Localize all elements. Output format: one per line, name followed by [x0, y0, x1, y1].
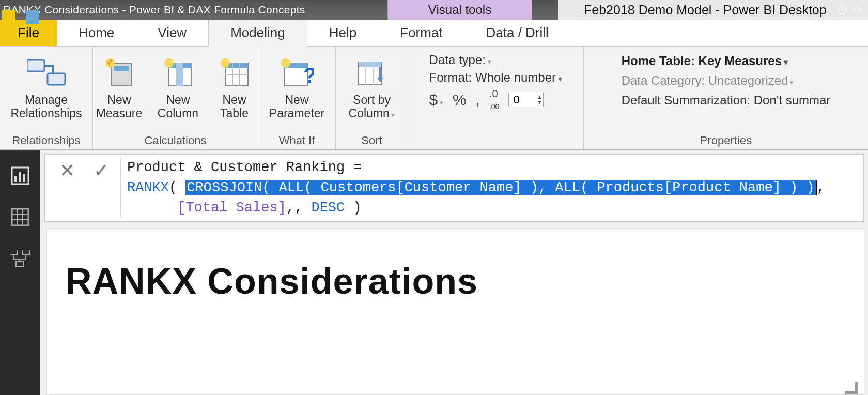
- table-icon: [219, 57, 250, 88]
- group-calculations-label: Calculations: [145, 134, 207, 147]
- resize-handle-icon: [845, 382, 858, 394]
- divider: [120, 158, 121, 218]
- svg-text:?: ?: [303, 63, 314, 87]
- svg-rect-24: [23, 174, 25, 182]
- quick-access: [2, 10, 39, 24]
- svg-rect-1: [26, 10, 39, 24]
- window-title: Feb2018 Demo Model - Power BI Desktop: [558, 0, 868, 20]
- new-column-button[interactable]: NewColumn: [151, 50, 206, 123]
- group-whatif-label: What If: [279, 134, 315, 147]
- new-measure-label: NewMeasure: [96, 93, 142, 120]
- formula-line1: Product & Customer Ranking =: [127, 160, 370, 175]
- video-overlay-controls: [837, 5, 863, 15]
- app-icon: [2, 10, 16, 24]
- group-sort: Sort byColumn Sort: [336, 47, 408, 149]
- tab-modeling[interactable]: Modeling: [208, 20, 307, 47]
- measure-icon: [104, 57, 135, 88]
- svg-rect-3: [27, 60, 44, 71]
- data-category-dropdown[interactable]: Data Category: Uncategorized: [622, 73, 794, 87]
- titlebar: RANKX Considerations - Power BI & DAX Fo…: [0, 0, 868, 20]
- tab-help[interactable]: Help: [307, 20, 378, 46]
- decimal-icon: .0.00: [489, 88, 499, 112]
- report-view-icon[interactable]: [10, 165, 30, 186]
- group-sort-label: Sort: [361, 134, 382, 147]
- svg-point-14: [221, 58, 230, 68]
- svg-rect-6: [114, 66, 129, 71]
- currency-button[interactable]: $: [429, 91, 443, 109]
- sort-by-column-button[interactable]: Sort byColumn: [341, 50, 403, 123]
- caret: [816, 180, 817, 195]
- group-formatting: Data type: Format: Whole number $ % , .0…: [408, 47, 584, 149]
- svg-rect-26: [10, 250, 17, 255]
- new-parameter-button[interactable]: ? NewParameter: [264, 50, 331, 123]
- svg-rect-20: [359, 62, 381, 67]
- ribbon: ManageRelationships Relationships NewMea…: [0, 47, 868, 150]
- new-column-label: NewColumn: [158, 93, 198, 120]
- formula-editor[interactable]: Product & Customer Ranking = RANKX( CROS…: [123, 158, 825, 218]
- workarea: ✕ ✓ Product & Customer Ranking = RANKX( …: [0, 150, 868, 395]
- decimal-places-input[interactable]: [510, 93, 536, 107]
- tok-rankx: RANKX: [127, 180, 169, 195]
- group-relationships-label: Relationships: [12, 134, 80, 147]
- formula-bar: ✕ ✓ Product & Customer Ranking = RANKX( …: [44, 154, 864, 222]
- contextual-tab-visual-tools[interactable]: Visual tools: [388, 0, 532, 20]
- svg-rect-28: [16, 261, 23, 266]
- clock-icon[interactable]: [837, 5, 847, 15]
- cancel-formula-button[interactable]: ✕: [50, 158, 84, 184]
- manage-relationships-label: ManageRelationships: [10, 93, 82, 120]
- video-title: RANKX Considerations - Power BI & DAX Fo…: [0, 4, 305, 16]
- new-parameter-label: NewParameter: [269, 93, 324, 120]
- format-dropdown[interactable]: Format: Whole number: [429, 70, 563, 85]
- parameter-icon: ?: [281, 57, 314, 88]
- data-view-icon[interactable]: [10, 207, 30, 227]
- sort-icon: [355, 57, 389, 88]
- commit-formula-button[interactable]: ✓: [84, 158, 118, 184]
- manage-relationships-button[interactable]: ManageRelationships: [5, 50, 88, 123]
- tab-datadrill[interactable]: Data / Drill: [464, 20, 570, 46]
- group-properties: Home Table: Key Measures Data Category: …: [584, 47, 868, 149]
- percent-button[interactable]: %: [453, 91, 467, 109]
- column-icon: [163, 57, 194, 88]
- home-table-dropdown[interactable]: Home Table: Key Measures: [622, 54, 788, 68]
- new-measure-button[interactable]: NewMeasure: [92, 50, 147, 123]
- svg-point-18: [281, 58, 290, 68]
- svg-rect-23: [19, 172, 21, 182]
- group-whatif: ? NewParameter What If: [258, 47, 336, 149]
- default-summarization-dropdown[interactable]: Default Summarization: Don't summar: [622, 93, 831, 107]
- tab-format[interactable]: Format: [378, 20, 464, 46]
- tab-view[interactable]: View: [136, 20, 208, 46]
- group-calculations: NewMeasure NewColumn NewTable Calculatio…: [93, 47, 258, 149]
- left-nav: [0, 150, 40, 395]
- save-icon[interactable]: [26, 10, 39, 24]
- ribbon-tabs: File Home View Modeling Help Format Data…: [0, 20, 868, 47]
- group-relationships: ManageRelationships Relationships: [0, 47, 93, 149]
- svg-rect-0: [2, 10, 16, 24]
- page-heading: RANKX Considerations: [66, 261, 478, 302]
- decimal-stepper[interactable]: ▲▼: [537, 95, 542, 105]
- group-properties-label: Properties: [700, 134, 752, 147]
- report-canvas[interactable]: RANKX Considerations: [47, 228, 864, 395]
- tab-home[interactable]: Home: [57, 20, 136, 46]
- svg-rect-22: [14, 176, 17, 182]
- svg-point-11: [164, 58, 174, 68]
- svg-rect-27: [22, 250, 29, 255]
- thousands-button[interactable]: ,: [476, 91, 480, 109]
- window-title-text: Feb2018 Demo Model - Power BI Desktop: [584, 3, 827, 18]
- sort-by-column-label: Sort byColumn: [349, 93, 395, 120]
- new-table-label: NewTable: [220, 93, 249, 120]
- svg-rect-10: [176, 63, 183, 86]
- new-table-button[interactable]: NewTable: [210, 50, 259, 123]
- svg-rect-4: [48, 73, 65, 85]
- share-icon[interactable]: [853, 5, 863, 15]
- relationships-icon: [27, 57, 66, 88]
- canvas-column: ✕ ✓ Product & Customer Ranking = RANKX( …: [40, 150, 868, 395]
- svg-rect-25: [12, 209, 28, 225]
- formula-selection: CROSSJOIN( ALL( Customers[Customer Name]…: [185, 180, 815, 195]
- model-view-icon[interactable]: [10, 248, 30, 269]
- data-type-dropdown[interactable]: Data type:: [429, 53, 491, 67]
